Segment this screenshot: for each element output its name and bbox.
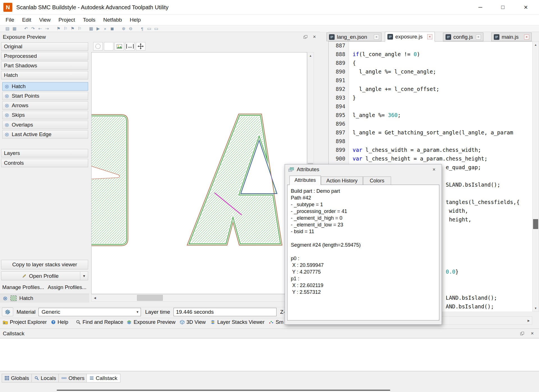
find-and-replace-button[interactable]: Find and Replace — [75, 318, 124, 326]
three-d-view-button[interactable]: 3D View — [179, 318, 207, 326]
assign-profiles-button[interactable]: Assign Profiles... — [48, 283, 90, 292]
callstack-content[interactable] — [0, 338, 539, 371]
save-icon[interactable]: ▤ — [4, 26, 11, 32]
attributes-dialog[interactable]: Attributes × Attributes Action History C… — [285, 164, 442, 325]
minimize-button[interactable]: ─ — [472, 0, 488, 15]
left-part-shape[interactable] — [92, 114, 129, 246]
zoom-out-icon[interactable]: ⊖ — [127, 26, 134, 32]
close-button[interactable]: × — [517, 0, 535, 15]
history-back-icon[interactable]: ⇠ — [36, 26, 44, 32]
callstack-float-button[interactable] — [518, 330, 526, 337]
editor-tab-lang-en-json[interactable]: lang_en.json × — [326, 33, 382, 41]
debug-tab-callstack[interactable]: Callstack — [86, 374, 120, 382]
section-button-controls[interactable]: Controls — [1, 159, 88, 167]
maximize-button[interactable]: □ — [495, 0, 511, 15]
whitespace-icon[interactable]: ¶ — [139, 26, 146, 32]
material-select[interactable]: Generic ▾ — [38, 308, 141, 316]
editor-vertical-scrollbar[interactable]: ▲ ▼ — [532, 41, 539, 311]
exposure-preview-button[interactable]: Exposure Preview — [125, 318, 177, 326]
pan-button[interactable] — [136, 42, 145, 51]
menu-edit[interactable]: Edit — [18, 15, 35, 25]
save-all-icon[interactable]: ▦ — [11, 26, 18, 32]
redo-icon[interactable]: ↷ — [29, 26, 36, 32]
help-button[interactable]: ? Help — [50, 318, 69, 326]
hatch-layer-item-overlaps[interactable]: ⊗ Overlaps — [2, 121, 88, 129]
tab-close-icon[interactable]: × — [476, 35, 481, 40]
scroll-down-icon[interactable]: ▼ — [533, 305, 539, 311]
debug-tab-globals[interactable]: Globals — [2, 374, 32, 382]
history-forward-icon[interactable]: ⇢ — [44, 26, 51, 32]
menu-help[interactable]: Help — [126, 15, 145, 25]
undo-icon[interactable]: ↶ — [22, 26, 29, 32]
hatch-layer-item-hatch[interactable]: ⊗ Hatch — [2, 82, 88, 91]
scrollbar-thumb[interactable] — [137, 295, 163, 301]
attribute-text-line: p0 : — [291, 255, 436, 262]
manage-profiles-button[interactable]: Manage Profiles... — [2, 283, 47, 292]
material-settings-button[interactable] — [2, 308, 13, 316]
hatch-layer-item-arrows[interactable]: ⊗ Arrows — [2, 101, 88, 110]
scroll-left-icon[interactable]: ◀ — [92, 294, 98, 301]
attributes-dialog-titlebar[interactable]: Attributes × — [285, 164, 442, 175]
section-button-layers[interactable]: Layers — [1, 149, 88, 157]
editor-tab-main-js[interactable]: main.js × — [491, 33, 532, 41]
breakpoint-grid-icon[interactable]: ▦ — [88, 26, 95, 32]
breakpoint-remove-icon[interactable]: × — [102, 26, 109, 32]
comment-icon[interactable]: ▭ — [146, 26, 153, 32]
bookmark-toggle-icon[interactable]: ⚑ — [55, 26, 62, 32]
scroll-right-icon[interactable]: ▶ — [525, 317, 532, 324]
editor-tab-config-js[interactable]: config.js × — [443, 33, 483, 41]
hatch-layer-item-last-active-edge[interactable]: ⊗ Last Active Edge — [2, 130, 88, 139]
canvas-horizontal-scrollbar[interactable]: ◀ ▶ — [91, 294, 307, 302]
menu-file[interactable]: File — [2, 15, 18, 25]
menu-view[interactable]: View — [35, 15, 54, 25]
open-profile-button[interactable]: Open Profile ▾ — [1, 271, 88, 280]
debug-tab-others[interactable]: Others — [58, 374, 88, 382]
editor-tab-exposure-js[interactable]: exposure.js × — [385, 32, 435, 42]
code-line — [349, 77, 532, 86]
zoom-in-icon[interactable]: ⊕ — [120, 26, 127, 32]
scroll-up-icon[interactable]: ▲ — [307, 52, 314, 59]
menu-netfabb[interactable]: Netfabb — [99, 15, 126, 25]
callstack-close-button[interactable]: × — [528, 330, 536, 337]
hatch-layer-item-start-points[interactable]: ⊗ Start Points — [2, 92, 88, 100]
exposure-panel-close-button[interactable]: × — [310, 33, 318, 40]
menu-project[interactable]: Project — [54, 15, 79, 25]
menu-tools[interactable]: Tools — [79, 15, 99, 25]
open-profile-dropdown[interactable]: ▾ — [80, 272, 88, 280]
stop-icon[interactable]: ◼ — [109, 26, 116, 32]
exposure-panel-float-button[interactable] — [302, 33, 309, 40]
view-button-preprocessed[interactable]: Preprocessed — [1, 52, 88, 60]
attributes-dialog-close-icon[interactable]: × — [429, 166, 439, 173]
letter-a-shape[interactable] — [184, 111, 285, 248]
dialog-tab-attributes[interactable]: Attributes — [289, 176, 321, 185]
tab-label: lang_en.json — [337, 34, 367, 40]
comment-block-icon[interactable]: ▭ — [153, 26, 160, 32]
dialog-tab-action-history[interactable]: Action History — [321, 176, 363, 185]
copy-to-layer-stacks-button[interactable]: Copy to layer stacks viewer — [1, 260, 88, 269]
bookmark-clear-icon[interactable]: ⚐ — [76, 26, 83, 32]
view-button-hatch[interactable]: Hatch — [1, 71, 88, 79]
gear-icon — [5, 309, 10, 315]
blank-swatch-button[interactable] — [104, 42, 113, 51]
scroll-up-icon[interactable]: ▲ — [533, 42, 539, 48]
smooth-button[interactable]: Sm — [268, 318, 285, 326]
run-icon[interactable]: ▶ — [95, 26, 102, 32]
bookmark-next-icon[interactable]: ⚑ — [69, 26, 76, 32]
tab-close-icon[interactable]: × — [524, 35, 529, 40]
bookmark-prev-icon[interactable]: ⚐ — [62, 26, 69, 32]
snapshot-button[interactable] — [115, 42, 124, 51]
view-button-part-shadows[interactable]: Part Shadows — [1, 61, 88, 70]
view-button-original[interactable]: Original — [1, 42, 88, 51]
layer-time-input[interactable] — [173, 308, 277, 316]
hatch-layer-item-skips[interactable]: ⊗ Skips — [2, 111, 88, 119]
scrollbar-thumb[interactable] — [533, 219, 538, 229]
tab-close-icon[interactable]: × — [427, 34, 432, 39]
tab-close-icon[interactable]: × — [374, 35, 379, 40]
selection-ellipse-button[interactable] — [93, 42, 103, 51]
dialog-tab-colors[interactable]: Colors — [363, 176, 391, 185]
measure-button[interactable]: ↔ — [125, 42, 135, 51]
layer-stacks-viewer-button[interactable]: Layer Stacks Viewer — [209, 318, 266, 326]
debug-tab-locals[interactable]: Locals — [31, 374, 59, 382]
exposure-preview-canvas[interactable] — [91, 52, 307, 294]
project-explorer-button[interactable]: Project Explorer — [2, 318, 48, 326]
